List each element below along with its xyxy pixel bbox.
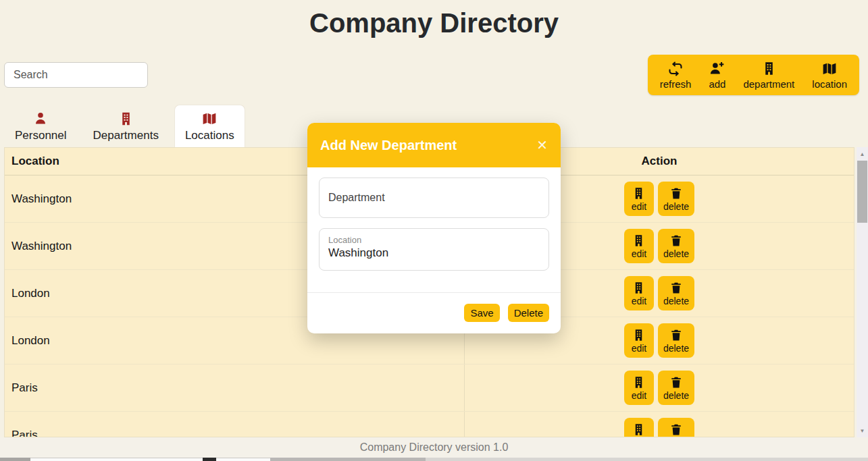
scroll-up-icon[interactable]: ▲ [857,149,868,159]
scrollbar-thumb[interactable] [857,161,867,223]
tab-locations-label: Locations [185,129,234,142]
location-field-label: Location [328,235,540,245]
tab-bar: Personnel Departments Locations [4,105,245,147]
building-icon [762,61,776,77]
trash-icon [670,281,682,294]
trash-icon [670,234,682,247]
edit-button[interactable]: edit [624,276,654,310]
taskbar-search-sliver [30,458,270,461]
scroll-down-icon[interactable]: ▼ [857,426,868,435]
delete-button[interactable]: delete [658,229,694,263]
add-location-button[interactable]: location [808,59,851,91]
modal-body: Location [307,167,561,292]
building-icon [632,376,645,389]
add-department-button[interactable]: department [739,59,798,91]
building-icon [632,329,645,342]
toolbar: refresh add department location [648,55,859,95]
building-icon [632,234,645,247]
tab-personnel-label: Personnel [15,129,67,142]
location-cell: Paris [5,412,464,437]
department-input[interactable] [328,192,540,204]
action-cell: edit delete [464,412,854,437]
map-icon [822,61,837,77]
taskbar-sliver [426,458,868,461]
search-input[interactable] [4,62,148,88]
map-icon [202,111,217,127]
department-field[interactable] [319,178,549,218]
refresh-icon [667,61,684,77]
table-row: Paris edit delete [5,364,854,412]
trash-icon [670,423,682,436]
close-icon[interactable]: ✕ [535,137,549,153]
trash-icon [670,329,682,342]
edit-button[interactable]: edit [624,229,654,263]
add-person-button[interactable]: add [705,59,730,91]
taskbar-icon-sliver [203,458,216,461]
delete-button[interactable]: delete [658,418,694,437]
building-icon [632,423,645,436]
page-title: Company Directory [0,8,868,38]
taskbar-sliver [0,458,30,461]
tab-personnel[interactable]: Personnel [4,105,78,147]
person-add-icon [709,61,725,77]
building-icon [632,281,645,294]
page-footer: Company Directory version 1.0 [0,437,868,458]
toolbar-add-label: add [709,78,725,90]
tab-departments-label: Departments [93,129,159,142]
add-department-modal: Add New Department ✕ Location Save Delet… [307,123,561,333]
building-icon [119,111,133,127]
edit-button[interactable]: edit [624,418,654,437]
edit-button[interactable]: edit [624,371,654,405]
edit-button[interactable]: edit [624,182,654,216]
modal-header: Add New Department ✕ [307,123,561,167]
trash-icon [670,187,682,200]
person-icon [33,111,48,127]
edit-button[interactable]: edit [624,323,654,358]
toolbar-location-label: location [812,78,847,90]
delete-button[interactable]: delete [658,276,694,310]
location-cell: Paris [5,364,464,411]
tab-locations[interactable]: Locations [174,105,245,147]
taskbar-sliver [270,458,426,461]
tab-departments[interactable]: Departments [82,105,170,147]
table-row: Paris edit delete [5,412,854,437]
building-icon [632,187,645,200]
trash-icon [670,376,682,389]
delete-button[interactable]: delete [658,371,694,405]
scrollbar[interactable]: ▲ ▼ [857,147,868,437]
modal-footer: Save Delete [307,292,561,333]
location-input[interactable] [328,245,540,260]
action-cell: edit delete [464,364,854,411]
location-field[interactable]: Location [319,228,549,271]
modal-delete-button[interactable]: Delete [508,304,549,322]
refresh-button[interactable]: refresh [656,59,696,91]
toolbar-refresh-label: refresh [660,78,692,90]
delete-button[interactable]: delete [658,323,694,358]
toolbar-department-label: department [743,78,794,90]
delete-button[interactable]: delete [658,182,694,216]
save-button[interactable]: Save [464,304,499,322]
modal-title: Add New Department [320,138,457,153]
